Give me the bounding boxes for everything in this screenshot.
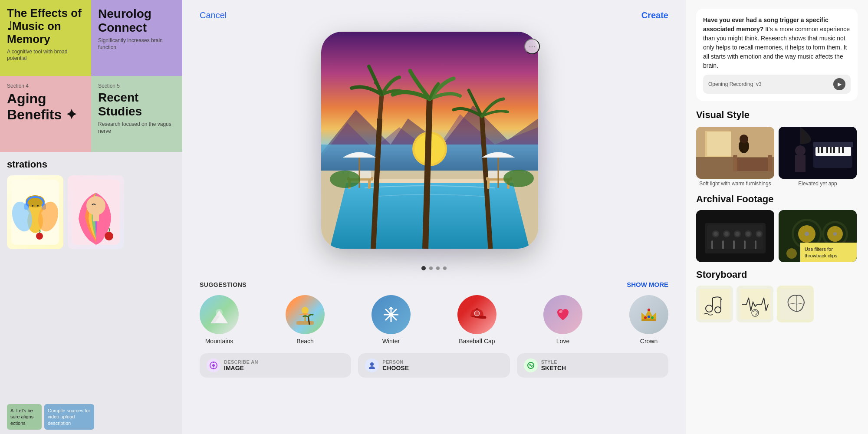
svg-rect-102 (722, 240, 724, 249)
card-studies-title: Recent Studies (98, 91, 175, 118)
describe-value: IMAGE (224, 365, 258, 372)
svg-point-71 (740, 135, 748, 143)
card-music-memory[interactable]: The Effects of ♩Music on Memory A cognit… (0, 0, 91, 76)
svg-rect-74 (768, 155, 772, 171)
svg-point-4 (32, 205, 33, 207)
archival-green-thumb[interactable]: Use filters for throwback clips (779, 210, 857, 262)
suggestion-crown[interactable]: Crown (629, 295, 668, 345)
style-elevated-thumb[interactable] (779, 127, 857, 179)
svg-point-64 (370, 362, 374, 366)
style-text: STYLE SKETCH (541, 359, 566, 372)
card-music-subtitle: A cognitive tool with broad potential (7, 49, 84, 62)
suggestion-winter[interactable]: Winter (372, 295, 411, 345)
card-aging[interactable]: Section 4 Aging Benefits ✦ (0, 76, 91, 152)
archival-dark-thumb[interactable] (696, 210, 774, 262)
baseball-cap-label: Baseball Cap (459, 338, 495, 345)
crown-circle (629, 295, 668, 334)
audio-text: Have you ever had a song trigger a speci… (703, 16, 851, 70)
card-neurology[interactable]: Neurolog Connect Significantly increases… (91, 0, 182, 76)
card-aging-section: Section 4 (7, 83, 84, 89)
beach-circle (286, 295, 325, 334)
storyboard-thumb-1[interactable] (696, 286, 733, 322)
suggestion-love[interactable]: Love (543, 295, 582, 345)
describe-icon (207, 358, 220, 372)
cancel-button[interactable]: Cancel (200, 10, 227, 20)
person-choose-tool[interactable]: PERSON CHOOSE (358, 353, 510, 378)
style-warm-label: Soft light with warm furnishings (696, 181, 774, 187)
style-value: SKETCH (541, 365, 566, 372)
svg-point-40 (216, 309, 223, 316)
card-neurology-title: Neurolog Connect (98, 7, 175, 35)
svg-rect-124 (780, 289, 811, 319)
mountains-circle (200, 295, 239, 334)
sunset-pool-scene (321, 32, 538, 249)
svg-point-56 (644, 316, 647, 319)
create-button[interactable]: Create (641, 10, 668, 20)
svg-point-57 (648, 316, 650, 318)
storyboard-row (696, 286, 858, 322)
style-sketch-tool[interactable]: STYLE SKETCH (517, 353, 668, 378)
sticky-note-blue[interactable]: Compile sources for video upload descrip… (44, 404, 94, 430)
suggestions-section: SUGGESTIONS SHOW MORE Mountains (182, 270, 686, 345)
beach-icon (294, 304, 316, 326)
snowflake-icon (380, 304, 402, 326)
svg-point-98 (746, 232, 750, 236)
archival-dark-svg (696, 210, 774, 262)
storyboard-thumb-3[interactable] (777, 286, 814, 322)
visual-style-row: Soft light with warm furnishings (696, 127, 858, 187)
show-more-button[interactable]: SHOW MORE (627, 281, 668, 288)
storyboard-thumb-2[interactable] (736, 286, 773, 322)
svg-point-115 (786, 248, 797, 259)
person-icon (365, 358, 379, 372)
cap-icon (466, 304, 488, 326)
suggestion-mountains[interactable]: Mountains (200, 295, 239, 345)
mountains-icon (208, 304, 230, 326)
card-recent-studies[interactable]: Section 5 Recent Studies Research focuse… (91, 76, 182, 152)
cards-grid: The Effects of ♩Music on Memory A cognit… (0, 0, 182, 152)
winter-circle (372, 295, 411, 334)
center-panel: Cancel Create (182, 0, 686, 434)
svg-rect-104 (744, 240, 746, 249)
svg-point-110 (805, 232, 809, 236)
svg-point-86 (795, 145, 806, 156)
suggestion-beach[interactable]: Beach (286, 295, 325, 345)
describe-svg (209, 361, 218, 370)
illustrations-section: strations (0, 152, 182, 256)
archival-row: Use filters for throwback clips (696, 210, 858, 262)
card-aging-title: Aging Benefits ✦ (7, 91, 84, 123)
svg-rect-85 (842, 147, 844, 153)
play-button[interactable]: ▶ (833, 78, 845, 90)
warm-style-svg (696, 127, 774, 179)
svg-point-49 (389, 313, 393, 316)
storyboard-music-svg (700, 289, 730, 319)
svg-point-37 (503, 170, 534, 187)
svg-rect-73 (733, 155, 737, 171)
audio-player[interactable]: Opening Recording_v3 ▶ (703, 75, 851, 94)
suggestion-baseball-cap[interactable]: Baseball Cap (457, 295, 496, 345)
archival-footage-title: Archival Footage (696, 194, 858, 205)
describe-text: DESCRIBE AN IMAGE (224, 359, 258, 372)
baseball-cap-circle (457, 295, 496, 334)
card-studies-section: Section 5 (98, 83, 175, 89)
style-svg (526, 361, 535, 370)
svg-rect-80 (821, 147, 823, 153)
describe-image-tool[interactable]: DESCRIBE AN IMAGE (200, 353, 351, 378)
elevated-style-svg (779, 127, 857, 179)
style-elevated-thumb-container: Elevated yet app (779, 127, 857, 187)
butterfly-girl-svg (11, 180, 59, 245)
main-image-container: ··· (321, 32, 547, 257)
style-warm-thumb[interactable] (696, 127, 774, 179)
svg-point-41 (302, 307, 309, 314)
suggestions-header: SUGGESTIONS SHOW MORE (200, 281, 668, 288)
more-options-button[interactable]: ··· (524, 39, 540, 54)
svg-rect-83 (833, 147, 835, 153)
butterfly-girl-thumb[interactable] (7, 175, 63, 249)
colorful-girl-thumb[interactable] (68, 175, 124, 249)
storyboard-title: Storyboard (696, 269, 858, 280)
svg-rect-84 (838, 147, 840, 153)
person-text: PERSON CHOOSE (382, 359, 409, 372)
svg-rect-33 (487, 180, 490, 189)
sticky-note-green[interactable]: A: Let's be sure aligns ections (7, 404, 42, 430)
svg-rect-87 (795, 155, 806, 172)
svg-point-61 (212, 364, 215, 367)
